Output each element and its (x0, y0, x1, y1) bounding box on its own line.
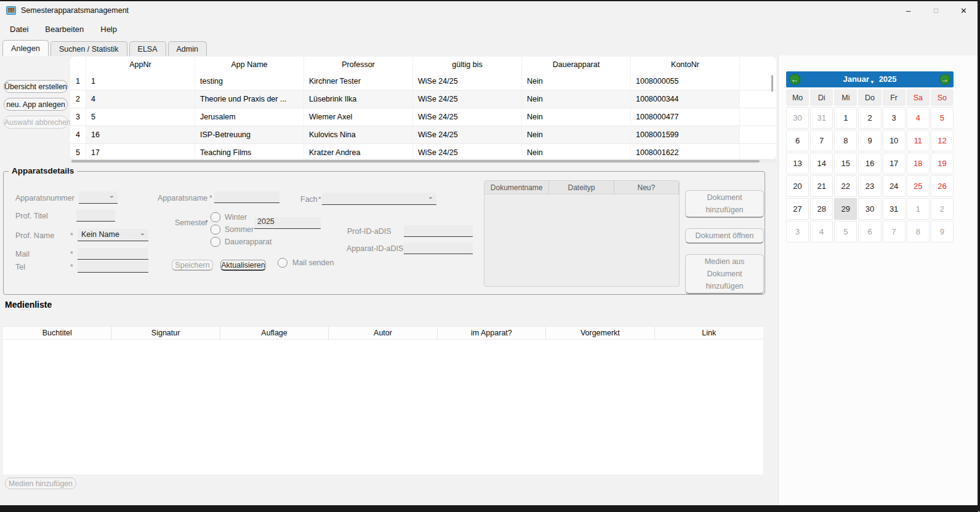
calendar-day[interactable]: 12 (931, 130, 954, 151)
calendar-year[interactable]: 2025 (879, 74, 897, 84)
calendar-day[interactable]: 6 (786, 130, 809, 151)
table-row[interactable]: 24Theorie und Praxis der ...Lüsebrink Il… (70, 90, 776, 108)
doc-col-dateityp[interactable]: Dateityp (549, 181, 614, 194)
calendar-day[interactable]: 19 (931, 153, 954, 174)
table-row[interactable]: 35JerusalemWiemer AxelWiSe 24/25Nein1008… (70, 108, 776, 126)
maximize-icon[interactable]: □ (922, 1, 950, 20)
calendar-day[interactable]: 5 (834, 221, 857, 242)
calendar-day[interactable]: 22 (834, 175, 857, 197)
calendar-day[interactable]: 7 (810, 130, 833, 151)
calendar-day[interactable]: 11 (907, 130, 930, 151)
media-col-auflage[interactable]: Auflage (220, 327, 329, 340)
calendar-day[interactable]: 30 (786, 107, 809, 129)
menu-item-help[interactable]: Help (100, 25, 117, 34)
calendar-day[interactable]: 7 (883, 221, 906, 242)
winter-radio[interactable] (211, 212, 220, 222)
calendar-day[interactable]: 6 (858, 221, 881, 242)
calendar-day[interactable]: 3 (883, 107, 906, 129)
table-row[interactable]: 416ISP-BetreuungKulovics NinaWiSe 24/25N… (70, 126, 776, 144)
calendar-day[interactable]: 8 (834, 130, 857, 151)
media-col-vorgemerkt[interactable]: Vorgemerkt (546, 327, 654, 340)
media-col-link[interactable]: Link (655, 327, 763, 340)
calendar-day[interactable]: 20 (786, 175, 809, 197)
calendar-day[interactable]: 21 (810, 175, 833, 197)
calendar-day[interactable]: 3 (786, 221, 809, 242)
apps-table-horizontal-scrollbar[interactable] (70, 159, 776, 163)
apps-col-g-ltig-bis[interactable]: gültig bis (413, 57, 522, 73)
minimize-icon[interactable]: – (894, 1, 922, 20)
calendar-day[interactable]: 4 (810, 221, 833, 242)
apparatsname-field[interactable] (214, 191, 279, 203)
calendar-day[interactable]: 1 (834, 107, 857, 129)
apps-col-appnr[interactable]: AppNr (86, 57, 195, 73)
calendar-day[interactable]: 2 (931, 198, 954, 220)
menu-item-bearbeiten[interactable]: Bearbeiten (45, 25, 84, 34)
calendar-day[interactable]: 27 (786, 198, 809, 220)
doc-col-dokumentname[interactable]: Dokumentname (484, 181, 549, 194)
speichern-button[interactable]: Speichern (172, 260, 213, 271)
calendar-day[interactable]: 8 (907, 221, 930, 242)
calendar-day[interactable]: 9 (858, 130, 881, 151)
apps-col-app-name[interactable]: App Name (195, 57, 304, 73)
mail-field[interactable] (78, 248, 148, 260)
calendar-prev-month-icon[interactable]: ← (789, 74, 800, 85)
apps-table-vertical-scrollbar[interactable] (771, 75, 773, 92)
media-col-autor[interactable]: Autor (329, 327, 437, 340)
calendar-day[interactable]: 1 (907, 198, 930, 220)
calendar-day[interactable]: 4 (907, 107, 930, 129)
calendar-day[interactable]: 24 (883, 175, 906, 197)
calendar-day[interactable]: 10 (883, 130, 906, 151)
prof-name-select[interactable]: Kein Name⌄ (78, 229, 148, 241)
calendar-day[interactable]: 31 (810, 107, 833, 129)
table-row[interactable]: 517Teaching FilmsKratzer AndreaWiSe 24/2… (70, 144, 776, 159)
calendar-day[interactable]: 9 (931, 221, 954, 242)
calendar-day[interactable]: 17 (883, 153, 906, 174)
tab-admin[interactable]: Admin (168, 41, 207, 56)
menu-item-datei[interactable]: Datei (10, 25, 28, 34)
tab-anlegen[interactable]: Anlegen (2, 40, 49, 56)
medien-aus-dokument-hinzuf-gen-button[interactable]: Medien aus Dokument hinzufügen (685, 254, 764, 294)
dauerapparat-radio[interactable] (211, 237, 220, 247)
dokument-hinzuf-gen-button[interactable]: Dokument hinzufügen (685, 190, 764, 218)
calendar-day[interactable]: 15 (834, 153, 857, 174)
calendar-day[interactable]: 30 (858, 198, 881, 220)
calendar-next-month-icon[interactable]: → (939, 74, 950, 85)
scrollbar-thumb[interactable] (71, 160, 760, 162)
calendar-day[interactable]: 28 (810, 198, 833, 220)
tab-elsa[interactable]: ELSA (129, 41, 166, 56)
bersicht-erstellen-button[interactable]: Übersicht erstellen (4, 80, 68, 93)
medien-hinzufuegen-button[interactable]: Medien hinzufügen (5, 478, 76, 489)
tab-suchen-statistik[interactable]: Suchen / Statistik (50, 41, 127, 56)
prof-id-adis-field[interactable] (404, 225, 473, 237)
calendar-day[interactable]: 31 (883, 198, 906, 220)
calendar-day-selected[interactable]: 29 (834, 198, 857, 220)
close-icon[interactable]: ✕ (950, 1, 978, 20)
media-col-signatur[interactable]: Signatur (111, 327, 220, 340)
calendar-day[interactable]: 26 (931, 175, 954, 197)
calendar-day[interactable]: 2 (858, 107, 881, 129)
fach-select[interactable]: ⌄ (322, 193, 436, 205)
calendar-day[interactable]: 16 (858, 153, 881, 174)
apparatsnummer-select[interactable]: ⌄ (79, 191, 118, 204)
apps-col-kontonr[interactable]: KontoNr (631, 57, 740, 73)
calendar-month-year[interactable]: Januar▼ 2025 (843, 74, 896, 85)
calendar-month[interactable]: Januar (843, 74, 869, 84)
sommer-radio[interactable] (211, 225, 220, 234)
apps-col-professor[interactable]: Professor (304, 57, 413, 73)
tel-field[interactable] (78, 261, 148, 273)
media-col-im-apparat[interactable]: im Apparat? (438, 327, 546, 340)
semester-option-dauerapparat[interactable]: Dauerapparat (211, 236, 271, 248)
media-col-buchtitel[interactable]: Buchtitel (3, 327, 111, 340)
dokument-ffnen-button[interactable]: Dokument öffnen (685, 228, 764, 244)
calendar-day[interactable]: 14 (810, 153, 833, 174)
calendar-day[interactable]: 5 (931, 107, 954, 129)
aktualisieren-button[interactable]: Aktualisieren (220, 260, 266, 271)
calendar-day[interactable]: 18 (907, 153, 930, 174)
calendar-day[interactable]: 13 (786, 153, 809, 174)
calendar-day[interactable]: 23 (858, 175, 881, 197)
table-row[interactable]: 11testingKirchner TesterWiSe 24/25Nein10… (70, 73, 776, 90)
mail-senden-option[interactable]: Mail senden (278, 258, 334, 268)
semester-year-field[interactable]: 2025 (254, 217, 321, 229)
doc-col-neu[interactable]: Neu? (614, 181, 679, 194)
mail-senden-checkbox[interactable] (278, 258, 287, 268)
